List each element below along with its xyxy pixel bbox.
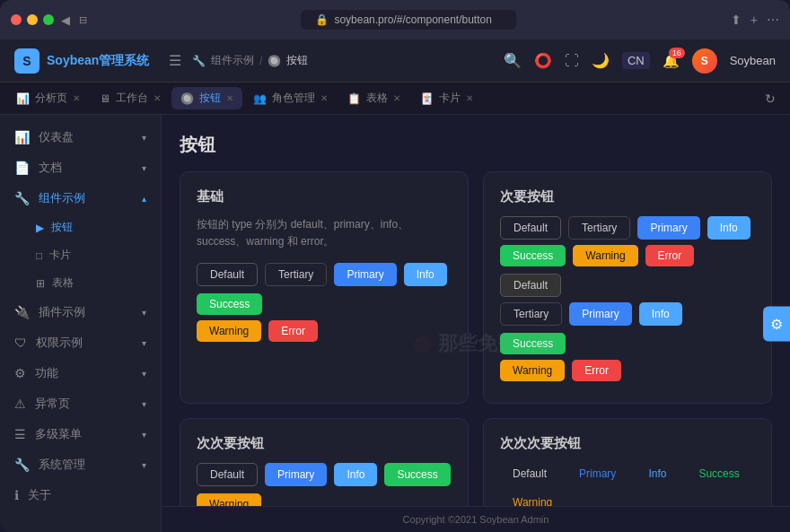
- btn-ter-info[interactable]: Info: [334, 463, 377, 486]
- btn-sec-primary1[interactable]: Primary: [637, 216, 699, 240]
- search-icon[interactable]: 🔍: [504, 52, 522, 69]
- sidebar-item-button[interactable]: ▶ 按钮: [29, 214, 161, 241]
- btn-sec-warning2[interactable]: Warning: [500, 360, 565, 381]
- sidebar-item-error[interactable]: ⚠ 异常页 ▾: [0, 388, 161, 419]
- btn-sec-error2[interactable]: Error: [572, 360, 621, 381]
- chevron-down-icon: ▾: [142, 133, 146, 143]
- tab-roles-close[interactable]: ✕: [320, 93, 328, 103]
- btn-basic-warning[interactable]: Warning: [197, 320, 261, 342]
- url-bar[interactable]: 🔒 soybean.pro/#/component/button: [301, 10, 516, 30]
- gear-icon: ⚙: [770, 316, 783, 331]
- tab-card[interactable]: 🃏 卡片 ✕: [411, 87, 482, 109]
- btn-basic-error[interactable]: Error: [268, 320, 318, 342]
- tab-button-label: 按钮: [199, 91, 221, 106]
- tab-analytics-close[interactable]: ✕: [73, 93, 80, 103]
- notification-bell[interactable]: 🔔 16: [663, 53, 680, 69]
- btn-sec-tertiary2[interactable]: Tertiary: [500, 302, 562, 326]
- github-icon[interactable]: ⭕: [534, 52, 552, 69]
- btn-sec-primary2[interactable]: Primary: [569, 302, 631, 326]
- settings-panel-button[interactable]: ⚙: [763, 306, 790, 341]
- fullscreen-icon[interactable]: ⛶: [565, 53, 579, 69]
- chevron-down-icon-3: ▾: [142, 308, 146, 318]
- btn-sec-info2[interactable]: Info: [639, 302, 682, 326]
- hamburger-icon[interactable]: ☰: [169, 52, 181, 69]
- titlebar: ◀ ⊟ 🔒 soybean.pro/#/component/button ⬆ +…: [0, 0, 790, 39]
- btn-qua-success[interactable]: Success: [686, 463, 751, 484]
- tab-card-close[interactable]: ✕: [466, 93, 473, 103]
- tab-workspace[interactable]: 🖥 工作台 ✕: [91, 87, 170, 109]
- sidebar-item-sysmanage[interactable]: 🔧 系统管理 ▾: [0, 449, 161, 480]
- share-icon[interactable]: ⬆: [731, 13, 742, 27]
- sidebar-item-dashboard[interactable]: 📊 仪表盘 ▾: [0, 122, 161, 153]
- tab-roles-label: 角色管理: [272, 91, 315, 106]
- chevron-down-icon-5: ▾: [142, 369, 146, 379]
- sidebar-item-docs[interactable]: 📄 文档 ▾: [0, 153, 161, 183]
- tabs-bar: 📊 分析页 ✕ 🖥 工作台 ✕ 🔘 按钮 ✕ 👥 角色管理 ✕ 📋 表格 ✕ 🃏…: [0, 83, 790, 115]
- tab-table[interactable]: 📋 表格 ✕: [338, 87, 409, 109]
- btn-row-sec-3: Tertiary Primary Info Success: [500, 302, 755, 354]
- sidebar-label-dashboard: 仪表盘: [39, 129, 74, 145]
- close-button[interactable]: [11, 14, 22, 25]
- docs-icon: 📄: [14, 161, 30, 175]
- btn-sec-defaultdark[interactable]: Default: [500, 274, 561, 297]
- tab-analytics[interactable]: 📊 分析页 ✕: [7, 87, 89, 109]
- sidebar-item-table[interactable]: ⊞ 表格: [29, 269, 161, 297]
- btn-sec-info1[interactable]: Info: [707, 216, 750, 240]
- btn-row-basic-2: Warning Error: [197, 320, 452, 342]
- sidebar-item-about[interactable]: ℹ 关于: [0, 480, 161, 510]
- tab-analytics-label: 分析页: [35, 91, 67, 106]
- maximize-button[interactable]: [43, 14, 54, 25]
- btn-sec-error1[interactable]: Error: [645, 245, 695, 266]
- lang-icon[interactable]: CN: [622, 52, 650, 69]
- btn-qua-info[interactable]: Info: [636, 463, 679, 484]
- tab-roles[interactable]: 👥 角色管理 ✕: [244, 87, 337, 109]
- btn-sec-warning1[interactable]: Warning: [573, 245, 637, 266]
- sidebar-item-card[interactable]: □ 卡片: [29, 241, 161, 269]
- btn-ter-primary[interactable]: Primary: [265, 463, 327, 486]
- user-name: Soybean: [730, 54, 776, 67]
- refresh-icon[interactable]: ↻: [758, 88, 783, 109]
- window-back-icon[interactable]: ◀: [61, 13, 70, 27]
- sidebar-item-plugins[interactable]: 🔌 插件示例 ▾: [0, 297, 161, 327]
- btn-ter-success[interactable]: Success: [384, 463, 450, 486]
- sidebar-label-button: 按钮: [51, 220, 73, 235]
- chevron-down-icon-7: ▾: [142, 430, 146, 440]
- tab-table-close[interactable]: ✕: [393, 93, 400, 103]
- sysmanage-icon: 🔧: [14, 458, 30, 472]
- tab-workspace-close[interactable]: ✕: [154, 93, 161, 103]
- sidebar-item-auth[interactable]: 🛡 权限示例 ▾: [0, 327, 161, 358]
- btn-ter-warning[interactable]: Warning: [197, 493, 261, 506]
- breadcrumb-item-1[interactable]: 组件示例: [211, 53, 254, 68]
- btn-sec-success2[interactable]: Success: [500, 333, 566, 354]
- btn-qua-primary[interactable]: Primary: [566, 463, 628, 484]
- btn-basic-tertiary[interactable]: Tertiary: [265, 263, 327, 286]
- btn-basic-default[interactable]: Default: [197, 263, 258, 286]
- tab-button[interactable]: 🔘 按钮 ✕: [171, 87, 242, 109]
- header-right: 🔍 ⭕ ⛶ 🌙 CN 🔔 16 S Soybean: [504, 48, 776, 74]
- btn-row-ter-1: Default Primary Info Success Warning: [197, 463, 452, 506]
- bullet-icon-3: ⊞: [36, 277, 45, 290]
- sidebar-item-features[interactable]: ⚙ 功能 ▾: [0, 358, 161, 388]
- theme-icon[interactable]: 🌙: [592, 52, 610, 69]
- page-title: 按钮: [180, 133, 772, 157]
- btn-sec-tertiary[interactable]: Tertiary: [568, 216, 630, 240]
- lock-icon: 🔒: [315, 13, 329, 26]
- sidebar-label-docs: 文档: [39, 160, 62, 176]
- footer-text: Copyright ©2021 Soybean Admin: [403, 514, 549, 525]
- new-tab-icon[interactable]: +: [750, 13, 758, 27]
- sidebar-item-menu[interactable]: ☰ 多级菜单 ▾: [0, 419, 161, 449]
- btn-basic-info[interactable]: Info: [404, 263, 447, 286]
- minimize-button[interactable]: [27, 14, 38, 25]
- more-icon[interactable]: ⋯: [767, 13, 779, 27]
- sidebar-label-sysmanage: 系统管理: [39, 457, 85, 473]
- btn-qua-warning[interactable]: Warning: [500, 492, 565, 506]
- tab-button-close[interactable]: ✕: [226, 93, 233, 103]
- btn-sec-default1[interactable]: Default: [500, 216, 561, 240]
- btn-sec-success1[interactable]: Success: [500, 245, 566, 266]
- sidebar-item-components[interactable]: 🔧 组件示例 ▴: [0, 183, 161, 214]
- btn-qua-default[interactable]: Default: [500, 463, 559, 484]
- sidebar: 📊 仪表盘 ▾ 📄 文档 ▾ 🔧 组件示例 ▴ ▶ 按钮 □: [0, 115, 162, 532]
- btn-ter-default[interactable]: Default: [197, 463, 258, 486]
- btn-basic-primary[interactable]: Primary: [334, 263, 396, 286]
- btn-basic-success[interactable]: Success: [197, 293, 262, 315]
